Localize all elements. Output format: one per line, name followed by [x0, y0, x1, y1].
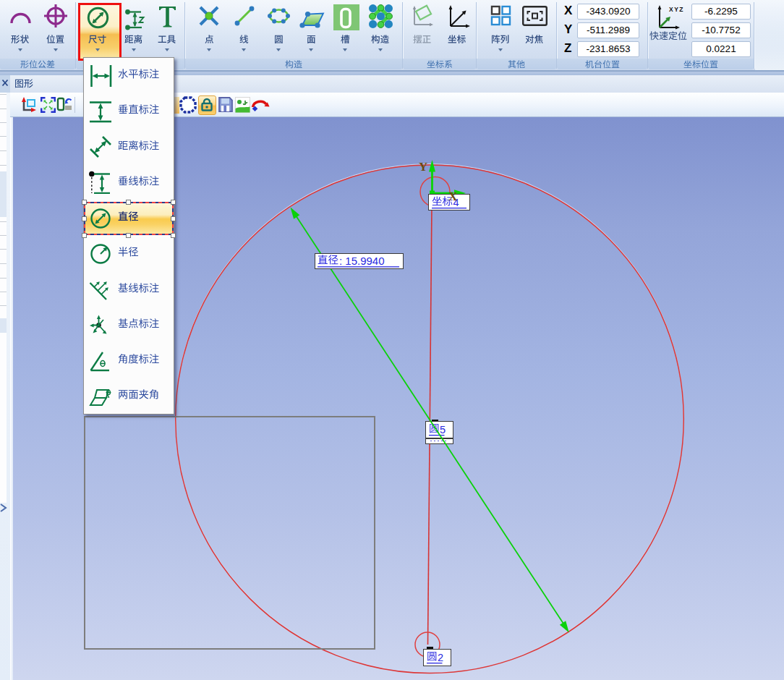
svg-text:2: 2 [438, 652, 443, 663]
svg-text:: 15.9940: : 15.9940 [339, 255, 385, 267]
svg-text:XYZ: XYZ [669, 6, 684, 13]
